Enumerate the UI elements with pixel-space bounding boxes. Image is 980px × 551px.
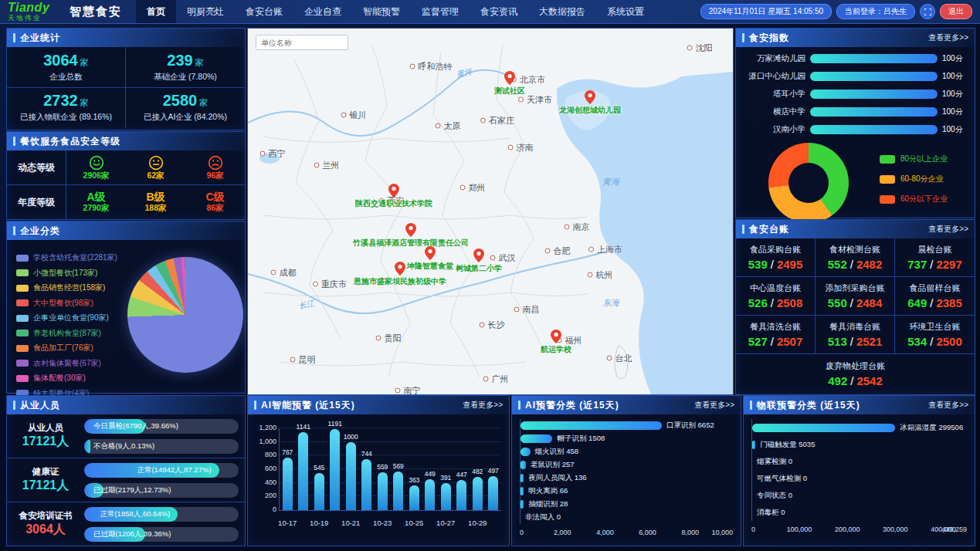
category-legend-item[interactable]: 企事业单位食堂(90家) [16, 313, 117, 323]
city-dot-icon [687, 46, 693, 51]
panel-safety-index: 食安指数 查看更多>> 万家滩幼儿园100分滠口中心幼儿园100分塔耳小学100… [735, 28, 975, 218]
map-city-杭州: 杭州 [588, 269, 613, 281]
legend-swatch-icon [16, 330, 29, 336]
map-marker-pin-icon[interactable] [405, 223, 416, 237]
category-legend-item[interactable]: 养老机构食堂(87家) [16, 328, 117, 339]
legend-label: 食品加工厂(76家) [33, 343, 93, 353]
city-dot-icon [508, 145, 514, 150]
stat-cell: 3064家企业总数 [7, 47, 126, 88]
city-dot-icon [436, 123, 441, 129]
nav-item-企业自查[interactable]: 企业自查 [293, 0, 352, 23]
category-legend-item[interactable]: 农村集体聚餐(67家) [16, 358, 117, 369]
map-marker-pin-icon[interactable] [388, 184, 399, 198]
grade-count: 96家 [206, 171, 223, 181]
y-axis-tick: 600 [253, 465, 276, 472]
nav-item-食安台账[interactable]: 食安台账 [235, 0, 293, 23]
index-school-name: 汉南小学 [739, 124, 805, 135]
x-axis-tick: 6,000 [639, 529, 656, 536]
fullscreen-button[interactable] [920, 4, 935, 19]
map-marker-label: 测试社区 [494, 86, 525, 96]
index-score: 100分 [942, 89, 967, 100]
staff-row-label: 食安培训证书3064人 [7, 510, 84, 538]
map-marker-pin-icon[interactable] [395, 262, 405, 276]
donut-legend-item[interactable]: 60分以下企业 [880, 194, 948, 205]
index-school-name: 横店中学 [739, 106, 805, 117]
map-marker-pin-icon[interactable] [425, 246, 436, 260]
view-more-link[interactable]: 查看更多>> [928, 32, 968, 43]
grade-item: 96家 [185, 150, 245, 184]
view-more-link[interactable]: 查看更多>> [694, 400, 734, 411]
hbar-fill [521, 474, 524, 482]
category-legend-item[interactable]: 食品加工厂(76家) [16, 343, 117, 353]
map-city-沈阳: 沈阳 [687, 42, 713, 54]
ledger-cell: 食品留样台账649/2385 [895, 277, 975, 316]
donut-legend-item[interactable]: 80分以上企业 [880, 154, 948, 164]
category-legend-item[interactable]: 集体配餐(30家) [16, 373, 117, 384]
map-marker-pin-icon[interactable] [473, 248, 484, 262]
index-bar-row: 塔耳小学100分 [739, 89, 967, 100]
city-dot-icon [341, 113, 347, 118]
nav-item-监督管理[interactable]: 监督管理 [411, 0, 470, 23]
staff-progress-bar: 正常(1858人,60.64%) [84, 507, 239, 522]
stat-cell: 2732家已接入物联企业 (89.16%) [7, 88, 126, 128]
panel-title: AI预警分类 (近15天) [525, 399, 619, 412]
category-legend-item[interactable]: 小微型餐饮(173家) [16, 268, 117, 279]
legend-swatch-icon [880, 195, 895, 204]
panel-enterprise-stats: 企业统计 3064家企业总数239家基础企业 (7.80%)2732家已接入物联… [6, 28, 246, 130]
legend-swatch-icon [16, 299, 29, 306]
nav-item-明厨亮灶[interactable]: 明厨亮灶 [176, 0, 235, 23]
china-map[interactable]: 沈阳呼和浩特北京市天津市银川石家庄太原济南西宁兰州郑州西安南京合肥上海市武汉杭州… [248, 29, 733, 394]
nav-item-首页[interactable]: 首页 [136, 0, 176, 23]
map-city-西宁: 西宁 [260, 148, 286, 160]
view-more-link[interactable]: 查看更多>> [928, 224, 968, 235]
map-city-成都: 成都 [271, 267, 297, 279]
safety-index-bars: 万家滩幼儿园100分滠口中心幼儿园100分塔耳小学100分横店中学100分汉南小… [736, 47, 975, 135]
staff-progress-bar: 正常(14942人,87.27%) [84, 463, 239, 478]
x-axis-tick: 10-19 [310, 519, 328, 527]
staff-progress-bar: 已过期(1206人,39.36%) [84, 527, 239, 542]
nav-item-系统设置[interactable]: 系统设置 [596, 0, 655, 23]
trend-bar [425, 479, 435, 510]
x-axis-tick: 10-17 [278, 519, 297, 527]
nav-item-大数据报告[interactable]: 大数据报告 [528, 0, 596, 23]
map-marker-pin-icon[interactable] [504, 71, 515, 85]
view-more-link[interactable]: 查看更多>> [463, 400, 503, 411]
city-label: 昆明 [299, 354, 316, 366]
grade-items: 2906家62家96家 [66, 150, 245, 184]
stat-cell: 239家基础企业 (7.80%) [126, 47, 245, 88]
grade-letter: A级 [86, 191, 105, 203]
map-marker-pin-icon[interactable] [551, 330, 561, 343]
city-dot-icon [395, 388, 401, 394]
fullscreen-icon [924, 8, 931, 15]
category-legend-item[interactable]: 大中型餐饮(98家) [16, 298, 117, 309]
donut-legend-item[interactable]: 60-80分企业 [880, 174, 948, 184]
panel-header: 餐饮服务食品安全等级 [7, 132, 245, 150]
city-dot-icon [545, 248, 551, 254]
map-marker-pin-icon[interactable] [585, 90, 595, 104]
hbar-label: 专间状态 0 [757, 491, 792, 501]
nav-item-食安资讯[interactable]: 食安资讯 [470, 0, 528, 23]
ledger-values: 539/2495 [748, 258, 803, 271]
category-legend-item[interactable]: 学校含幼托食堂(2281家) [16, 252, 117, 263]
hbar-fill [521, 461, 526, 469]
hbar-row: 抽烟识别 28 [521, 498, 733, 511]
map-city-南昌: 南昌 [514, 304, 540, 316]
map-city-石家庄: 石家庄 [480, 115, 514, 127]
map-city-贵阳: 贵阳 [376, 333, 402, 344]
staff-count: 17121人 [7, 478, 84, 494]
stat-value: 2580家 [163, 92, 209, 110]
staff-progress-bar: 不合格(9人,0.13%) [84, 439, 239, 454]
city-label: 兰州 [323, 160, 340, 171]
logout-button[interactable]: 退出 [940, 4, 972, 19]
legend-swatch-icon [16, 360, 29, 367]
category-legend-item[interactable]: 食品销售经营(158家) [16, 282, 117, 293]
ledger-cell: 环境卫生台账534/2500 [895, 316, 975, 354]
brand-name: Tiandy [8, 2, 63, 14]
grid-line [280, 428, 501, 428]
nav-item-智能预警[interactable]: 智能预警 [352, 0, 411, 23]
city-dot-icon [260, 151, 266, 157]
trend-bar-value: 391 [440, 474, 451, 482]
map-search-input[interactable] [256, 35, 348, 50]
view-more-link[interactable]: 查看更多>> [928, 400, 968, 411]
legend-swatch-icon [16, 375, 29, 382]
